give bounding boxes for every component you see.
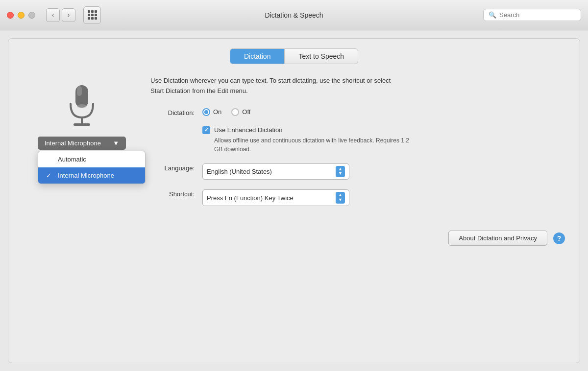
window-title: Dictation & Speech [265, 11, 323, 19]
dropdown-option-automatic[interactable]: Automatic [38, 151, 145, 167]
microphone-dropdown-menu: Automatic ✓ Internal Microphone [38, 151, 146, 184]
enhanced-row: ✓ Use Enhanced Dictation Allows offline … [150, 126, 560, 154]
language-value: English (United States) [207, 168, 332, 175]
tabs: Dictation Text to Speech [18, 48, 570, 64]
right-panel: Use Dictation wherever you can type text… [150, 76, 560, 216]
shortcut-label: Shortcut: [150, 189, 195, 198]
minimize-button[interactable] [18, 12, 24, 19]
about-button[interactable]: About Dictation and Privacy [448, 231, 547, 246]
option-internal-mic-label: Internal Microphone [58, 172, 114, 179]
shortcut-arrows-icon: ▲ ▼ [336, 192, 345, 204]
radio-on[interactable]: On [202, 108, 221, 116]
option-automatic-label: Automatic [58, 156, 86, 163]
radio-off-circle [231, 108, 239, 116]
svg-point-4 [77, 104, 87, 108]
nav-buttons: ‹ › [46, 8, 75, 22]
checkmark-automatic [46, 156, 54, 163]
dropdown-arrow-icon: ▼ [113, 139, 119, 147]
bottom-bar: About Dictation and Privacy ? [18, 231, 570, 246]
dictation-row: Dictation: On Off [150, 108, 560, 116]
enhanced-empty-label [150, 126, 195, 127]
description-text: Use Dictation wherever you can type text… [150, 76, 405, 96]
search-input[interactable] [499, 11, 576, 19]
enhanced-check-row: ✓ Use Enhanced Dictation [202, 126, 410, 134]
grid-button[interactable] [83, 6, 101, 24]
shortcut-value: Press Fn (Function) Key Twice [207, 194, 332, 202]
microphone-dropdown[interactable]: Internal Microphone ▼ [38, 137, 126, 150]
language-select[interactable]: English (United States) ▲ ▼ [202, 163, 349, 180]
close-button[interactable] [7, 12, 14, 19]
dropdown-option-internal-mic[interactable]: ✓ Internal Microphone [38, 167, 145, 184]
tab-dictation[interactable]: Dictation [230, 48, 284, 64]
help-button[interactable]: ? [553, 232, 565, 244]
shortcut-row: Shortcut: Press Fn (Function) Key Twice … [150, 189, 560, 206]
forward-button[interactable]: › [62, 8, 75, 22]
enhanced-section: ✓ Use Enhanced Dictation Allows offline … [202, 126, 410, 154]
microphone-dropdown-container: Internal Microphone ▼ Automatic ✓ Intern… [38, 137, 126, 150]
content-area: Dictation Text to Speech [8, 38, 580, 363]
traffic-lights [7, 12, 35, 19]
radio-on-dot [204, 110, 208, 114]
checkmark-internal-mic: ✓ [46, 172, 54, 179]
shortcut-select[interactable]: Press Fn (Function) Key Twice ▲ ▼ [202, 189, 349, 206]
microphone-selected-label: Internal Microphone [45, 139, 101, 147]
svg-rect-1 [77, 86, 82, 96]
enhanced-label: Use Enhanced Dictation [214, 126, 282, 134]
enhanced-checkbox[interactable]: ✓ [202, 126, 210, 134]
checkbox-check-icon: ✓ [204, 127, 209, 133]
search-icon: 🔍 [489, 11, 496, 19]
language-arrows-icon: ▲ ▼ [336, 166, 345, 178]
radio-off[interactable]: Off [231, 108, 250, 116]
radio-off-label: Off [242, 108, 250, 116]
microphone-icon [62, 81, 101, 130]
svg-rect-3 [74, 123, 90, 126]
language-row: Language: English (United States) ▲ ▼ [150, 163, 560, 180]
radio-on-circle [202, 108, 210, 116]
main-layout: Internal Microphone ▼ Automatic ✓ Intern… [18, 76, 570, 216]
back-button[interactable]: ‹ [46, 8, 60, 22]
maximize-button[interactable] [28, 12, 35, 19]
dictation-label: Dictation: [150, 108, 195, 116]
language-label: Language: [150, 163, 195, 172]
title-bar: ‹ › Dictation & Speech 🔍 [0, 0, 588, 30]
tab-text-to-speech[interactable]: Text to Speech [284, 48, 358, 64]
radio-group: On Off [202, 108, 250, 116]
enhanced-description: Allows offline use and continuous dictat… [214, 136, 410, 154]
search-box[interactable]: 🔍 [483, 9, 581, 21]
grid-icon [88, 10, 97, 20]
radio-on-label: On [213, 108, 221, 116]
left-panel: Internal Microphone ▼ Automatic ✓ Intern… [28, 81, 136, 150]
